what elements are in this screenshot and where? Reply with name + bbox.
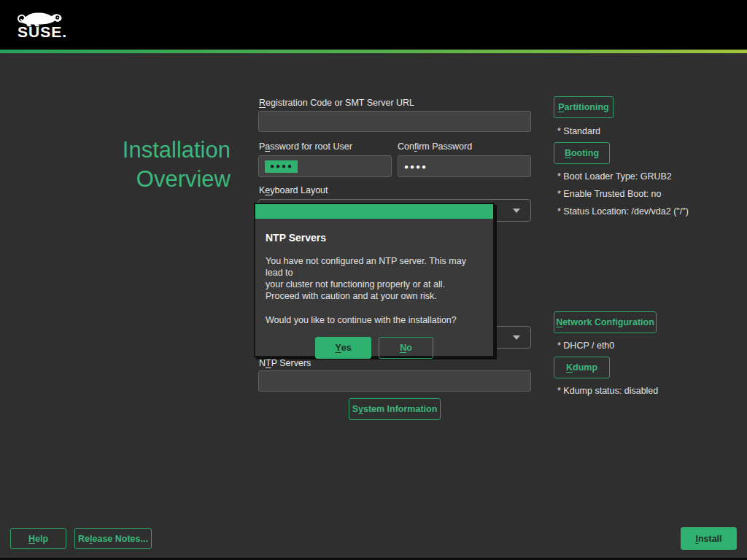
dialog-title: NTP Servers (266, 232, 483, 244)
dialog-body-line3: Proceed with caution and at your own ris… (266, 291, 437, 301)
root-password-value: ●●●● (265, 160, 298, 173)
dropdown-arrow-icon (513, 335, 520, 340)
network-status: * DHCP / eth0 (557, 341, 614, 351)
ntp-servers-label: NTP Servers (259, 358, 311, 368)
confirm-password-value: ●●●● (404, 163, 427, 171)
registration-label: Registration Code or SMT Server URL (259, 98, 414, 108)
header-accent-line (0, 50, 747, 53)
page-title-line1: Installation (123, 137, 231, 163)
no-button[interactable]: No (379, 337, 433, 359)
page-title-line2: Overview (136, 166, 231, 192)
release-notes-button[interactable]: Release Notes... (74, 528, 152, 549)
dropdown-arrow-icon (513, 209, 520, 213)
dialog-body-line1: You have not configured an NTP server. T… (266, 256, 466, 278)
ntp-servers-dialog: NTP Servers You have not configured an N… (254, 203, 495, 357)
suse-brand-text: SUSE. (18, 23, 67, 41)
registration-input[interactable] (258, 111, 531, 132)
header-bar: SUSE. (0, 0, 747, 50)
partitioning-button[interactable]: Partitioning (554, 96, 614, 118)
installer-window: SUSE. Installation Overview Registration… (0, 0, 747, 560)
dialog-body-line2: your cluster not functioning properly or… (266, 279, 445, 289)
dialog-question: Would you like to continue with the inst… (266, 315, 483, 325)
kdump-status: * Kdump status: disabled (557, 386, 658, 396)
help-button[interactable]: Help (10, 528, 66, 549)
yes-button[interactable]: Yes (315, 337, 371, 359)
page-title: Installation Overview (0, 136, 231, 194)
ntp-servers-input[interactable] (258, 370, 531, 392)
dialog-header-bar (255, 204, 493, 219)
root-password-input[interactable]: ●●●● (258, 155, 392, 177)
network-configuration-button[interactable]: Network Configuration (554, 311, 657, 333)
booting-button[interactable]: Booting (554, 142, 610, 164)
kdump-button[interactable]: Kdump (554, 357, 610, 378)
keyboard-layout-label: Keyboard Layout (259, 185, 328, 195)
system-information-button[interactable]: System Information (349, 398, 441, 420)
booting-status-1: * Boot Loader Type: GRUB2 (557, 171, 672, 182)
root-password-label: Password for root User (259, 141, 352, 152)
booting-status-3: * Status Location: /dev/vda2 ("/") (557, 206, 689, 217)
install-button[interactable]: Install (681, 527, 737, 550)
confirm-password-label: Confirm Password (398, 141, 472, 152)
booting-status-2: * Enable Trusted Boot: no (557, 189, 661, 199)
confirm-password-input[interactable]: ●●●● (398, 155, 531, 177)
suse-logo: SUSE. (10, 6, 90, 44)
partitioning-status: * Standard (557, 126, 600, 136)
